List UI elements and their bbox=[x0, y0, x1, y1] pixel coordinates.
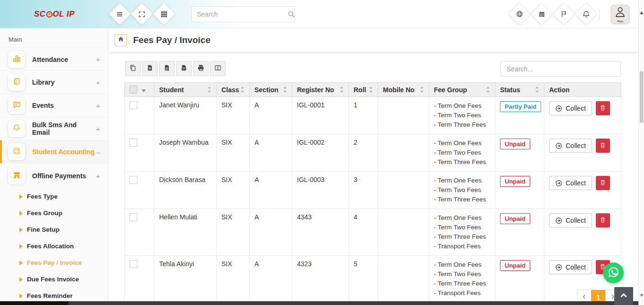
delete-button[interactable] bbox=[596, 213, 610, 227]
column-header-class[interactable]: Class bbox=[217, 83, 250, 97]
fee-group-line: - Term Three Fees bbox=[434, 120, 490, 130]
column-header-action[interactable]: Action bbox=[544, 83, 621, 97]
fullscreen-button[interactable] bbox=[131, 3, 153, 25]
back-to-top-button[interactable] bbox=[614, 287, 633, 305]
sidebar-item-bulk-sms-and-email[interactable]: Bulk Sms And Email + bbox=[0, 117, 108, 140]
csv-export-button[interactable] bbox=[159, 61, 175, 76]
copy-export-button[interactable] bbox=[125, 61, 141, 76]
expand-indicator[interactable]: + bbox=[96, 55, 100, 63]
table-search-input[interactable] bbox=[500, 61, 621, 77]
sidebar-subitem-fees-group[interactable]: Fees Group bbox=[0, 205, 108, 221]
vertical-scrollbar-thumb[interactable] bbox=[640, 71, 644, 123]
column-header-fee-group[interactable]: Fee Group bbox=[429, 83, 495, 97]
delete-button[interactable] bbox=[596, 101, 610, 115]
row-checkbox[interactable] bbox=[129, 213, 137, 221]
menu-icon-box bbox=[8, 143, 25, 160]
sidebar-item-library[interactable]: Library + bbox=[0, 71, 108, 94]
expand-indicator[interactable]: + bbox=[96, 78, 100, 87]
sidebar-subitem-label: Due Fees Invoice bbox=[27, 276, 79, 283]
scroll-up-arrow-icon[interactable] bbox=[640, 11, 644, 14]
sidebar-subitem-fees-allocation[interactable]: Fees Allocation bbox=[0, 238, 108, 254]
horizontal-scrollbar-thumb[interactable] bbox=[0, 301, 68, 305]
column-header-roll[interactable]: Roll bbox=[349, 83, 378, 97]
expand-indicator[interactable]: + bbox=[96, 172, 100, 180]
row-checkbox[interactable] bbox=[129, 260, 137, 268]
pagination: 1 bbox=[577, 290, 620, 301]
pagination-prev-button[interactable] bbox=[577, 290, 592, 301]
home-icon bbox=[118, 36, 124, 44]
delete-button[interactable] bbox=[596, 176, 610, 190]
student-cell: Joseph Wambua bbox=[154, 134, 217, 172]
sidebar-item-attendance[interactable]: Attendance + bbox=[0, 48, 108, 71]
sidebar-subitem-fees-type[interactable]: Fees Type bbox=[0, 188, 108, 205]
expand-indicator[interactable]: + bbox=[96, 102, 100, 110]
column-header-student[interactable]: Student bbox=[154, 83, 217, 97]
collect-button[interactable]: Collect bbox=[549, 260, 592, 274]
row-checkbox[interactable] bbox=[129, 101, 137, 109]
sidebar-subitem-label: Fees Reminder bbox=[27, 292, 73, 299]
sidebar-subitem-fees-reminder[interactable]: Fees Reminder bbox=[0, 288, 108, 301]
student-cell: Dickson Barasa bbox=[154, 172, 217, 209]
global-search-input[interactable] bbox=[192, 10, 288, 18]
collect-button[interactable]: Collect bbox=[549, 139, 592, 153]
collect-button[interactable]: Collect bbox=[549, 101, 592, 115]
sort-icon[interactable] bbox=[535, 87, 539, 93]
delete-button[interactable] bbox=[596, 139, 610, 153]
trash-icon bbox=[600, 105, 606, 113]
whatsapp-button[interactable] bbox=[603, 262, 624, 283]
print-export-button[interactable] bbox=[193, 61, 209, 76]
sidebar-item-student-accounting[interactable]: Student Accounting – bbox=[0, 140, 108, 164]
mobile-no-cell bbox=[378, 256, 429, 302]
grid-button[interactable] bbox=[153, 3, 175, 25]
app-logo[interactable]: SCOL IP bbox=[0, 0, 109, 28]
sidebar-subitem-fine-setup[interactable]: Fine Setup bbox=[0, 221, 108, 238]
column-header-register-no[interactable]: Register No bbox=[292, 83, 349, 97]
fee-group-cell: - Term One Fees- Term Two Fees- Term Thr… bbox=[429, 134, 495, 172]
vertical-scrollbar[interactable] bbox=[638, 0, 644, 305]
pagination-page-1[interactable]: 1 bbox=[591, 290, 606, 301]
triangle-bullet-icon bbox=[19, 261, 23, 265]
sort-icon[interactable] bbox=[369, 87, 373, 93]
section-cell: A bbox=[250, 256, 292, 302]
calendar-icon bbox=[539, 11, 545, 17]
caret-down-icon[interactable] bbox=[142, 86, 146, 94]
flag-button[interactable] bbox=[553, 3, 575, 25]
collect-button[interactable]: Collect bbox=[549, 176, 592, 190]
column-header-section[interactable]: Section bbox=[250, 83, 292, 97]
fees-table: Student Class Section Register No Roll M… bbox=[124, 82, 621, 301]
navbar-separator bbox=[599, 9, 600, 20]
sidebar: Main Attendance + Library + Events + Bul… bbox=[0, 28, 109, 301]
sort-icon[interactable] bbox=[420, 87, 424, 93]
home-button[interactable] bbox=[115, 34, 127, 46]
row-checkbox[interactable] bbox=[129, 176, 137, 184]
sort-icon[interactable] bbox=[240, 87, 245, 93]
sort-icon[interactable] bbox=[486, 87, 490, 93]
column-header-status[interactable]: Status bbox=[495, 83, 544, 97]
scroll-down-arrow-icon[interactable] bbox=[640, 294, 644, 297]
horizontal-scrollbar[interactable] bbox=[0, 301, 638, 305]
menu-button[interactable] bbox=[109, 3, 131, 25]
sort-icon[interactable] bbox=[283, 87, 287, 93]
fee-group-cell: - Term One Fees- Term Two Fees- Term Thr… bbox=[429, 209, 495, 256]
sort-icon[interactable] bbox=[207, 87, 212, 93]
columns-export-button[interactable] bbox=[210, 61, 226, 76]
row-checkbox[interactable] bbox=[129, 139, 137, 147]
logo-text: SCOL IP bbox=[34, 9, 75, 19]
select-all-checkbox[interactable] bbox=[129, 86, 137, 94]
calendar-button[interactable] bbox=[531, 3, 553, 25]
sort-icon[interactable] bbox=[339, 87, 344, 93]
expand-indicator[interactable]: + bbox=[96, 125, 100, 133]
sidebar-subitem-fees-pay-invoice[interactable]: Fees Pay / Invoice bbox=[0, 254, 108, 271]
sidebar-item-events[interactable]: Events + bbox=[0, 94, 108, 117]
sidebar-subitem-due-fees-invoice[interactable]: Due Fees Invoice bbox=[0, 271, 108, 288]
collect-button[interactable]: Collect bbox=[549, 213, 592, 227]
search-icon[interactable] bbox=[288, 10, 295, 18]
expand-indicator[interactable]: – bbox=[96, 148, 100, 156]
globe-button[interactable] bbox=[508, 3, 531, 25]
excel-export-button[interactable] bbox=[142, 61, 158, 76]
pdf-export-button[interactable]: PDF bbox=[176, 61, 192, 76]
bell-button[interactable] bbox=[575, 3, 597, 25]
column-header-mobile-no[interactable]: Mobile No bbox=[378, 83, 429, 97]
user-avatar[interactable]: Photo bbox=[611, 5, 629, 24]
sidebar-subitem-offline-payments[interactable]: Offline Payments + bbox=[0, 164, 108, 188]
